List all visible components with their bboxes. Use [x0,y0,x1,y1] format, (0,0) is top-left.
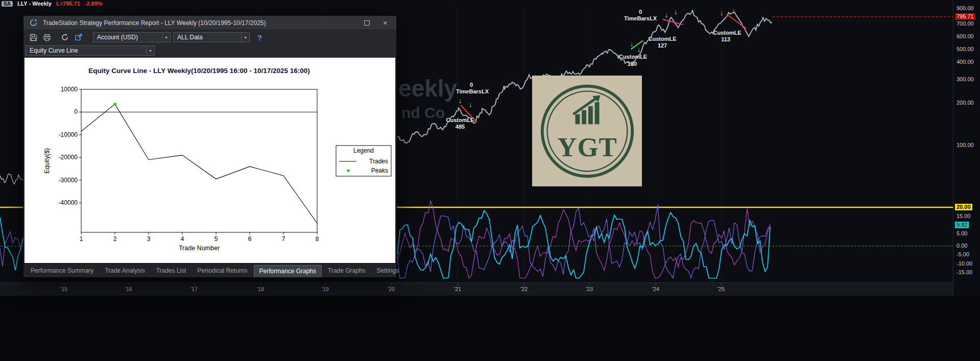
ygt-logo-text: YGT [557,132,617,162]
time-axis-year-16: '16 [125,286,132,292]
equity-chart-title: Equity Curve Line - LLY Weekly(10/20/199… [88,67,310,75]
price-axis-label-700.00: 700.00 [957,20,974,27]
time-axis-year-25: '25 [718,286,725,292]
window-title: TradeStation Strategy Performance Report… [43,19,355,27]
ygt-logo-icon: YGT [537,81,637,181]
data-range-dropdown[interactable]: ALL Data ▼ [173,32,250,42]
svg-text:6: 6 [248,235,252,243]
time-axis-tick [129,283,129,285]
tradestation-app: eekly nd Co YGT 0TimeBarsLXCustomLE4850T… [0,0,980,361]
price-axis[interactable]: 900.00795.71700.00600.00500.00400.00300.… [953,0,980,295]
price-axis-label--15.00: -15.00 [957,269,972,276]
performance-report-window: TradeStation Strategy Performance Report… [23,15,397,278]
symbol-header: SA LLY - Weekly L=795.71 -2.89% [2,1,103,7]
change-percent-readout: -2.89% [85,1,103,7]
time-axis[interactable]: '15'16'17'18'19'20'21'22'23'24'25 [0,282,953,296]
window-titlebar[interactable]: TradeStation Strategy Performance Report… [23,16,396,30]
svg-text:3: 3 [147,235,151,243]
price-axis-label-15.00: 15.00 [957,213,971,220]
price-axis-label--10.00: -10.00 [957,260,972,267]
save-icon [30,34,37,41]
graph-selector-row: Equity Curve Line ▼ [23,44,396,57]
time-axis-tick [64,283,64,285]
time-axis-tick [458,283,458,285]
svg-text:7: 7 [282,235,285,243]
legend-item-trades: Trades [369,158,388,165]
tab-trade-analysis[interactable]: Trade Analysis [100,265,150,277]
price-axis-label-900.00: 900.00 [957,5,974,12]
price-axis-label-795.71: 795.71 [955,13,975,20]
data-range-dropdown-value: ALL Data [177,34,238,41]
tab-performance-summary[interactable]: Performance Summary [26,265,99,277]
time-axis-tick [391,283,392,285]
equity-curve-line [81,104,317,223]
workspace-tab-badge[interactable]: SA [2,1,13,7]
time-axis-year-20: '20 [388,286,395,292]
tab-settings[interactable]: Settings [372,265,404,277]
account-dropdown[interactable]: Account (USD) ▼ [93,32,171,42]
svg-text:5: 5 [214,235,218,243]
time-axis-year-19: '19 [322,286,329,292]
export-window-icon [75,33,83,41]
svg-text:1: 1 [80,235,83,243]
tab-trades-list[interactable]: Trades List [151,265,192,277]
price-axis-label-600.00: 600.00 [957,33,974,40]
time-axis-year-22: '22 [520,286,528,292]
price-axis-label-200.00: 200.00 [957,100,974,106]
time-axis-year-17: '17 [190,286,198,292]
svg-text:10000: 10000 [61,86,78,93]
trade-marker-line [461,106,476,122]
save-button[interactable] [28,32,39,42]
time-axis-tick [589,283,590,285]
svg-text:-40000: -40000 [59,199,78,206]
equity-y-axis-label: Equity($) [43,148,51,174]
tab-trade-graphs[interactable]: Trade Graphs [323,265,371,277]
maximize-button[interactable] [360,18,374,28]
equity-curve-chart: Equity Curve Line - LLY Weekly(10/20/199… [25,58,395,263]
refresh-button[interactable] [59,32,70,42]
chevron-down-icon: ▼ [162,33,168,42]
print-button[interactable] [41,32,53,42]
legend-item-peaks: Peaks [371,167,388,174]
tab-periodical-returns[interactable]: Periodical Returns [193,265,253,277]
tab-performance-graphs[interactable]: Performance Graphs [254,265,322,277]
close-button[interactable]: × [378,18,392,28]
time-axis-year-23: '23 [586,286,593,292]
time-axis-year-15: '15 [60,286,67,292]
export-window-button[interactable] [73,32,84,42]
company-watermark: nd Co [401,104,445,122]
time-axis-year-21: '21 [454,286,461,292]
ygt-logo-watermark: YGT [532,76,642,186]
help-icon[interactable]: ? [257,33,262,42]
legend-title: Legend [353,147,374,154]
report-tabs-bar: Performance SummaryTrade AnalysisTrades … [23,263,396,277]
graph-type-dropdown[interactable]: Equity Curve Line ▼ [26,45,155,56]
equity-x-axis-label: Trade Number [179,245,220,252]
equity-chart-panel: Equity Curve Line - LLY Weekly(10/20/199… [25,58,395,263]
svg-text:2: 2 [113,235,117,243]
tradestation-logo-icon [28,18,39,28]
price-axis-label-0.00: 0.00 [957,243,967,249]
svg-text:4: 4 [181,235,184,243]
time-axis-tick [721,283,722,285]
time-axis-year-24: '24 [652,286,659,292]
trade-marker-line [631,41,642,49]
price-axis-label-9.82: 9.82 [955,222,969,228]
maximize-icon [364,20,370,26]
price-axis-label-20.00: 20.00 [955,204,972,210]
time-axis-tick [194,283,195,285]
symbol-watermark: eekly [398,75,457,102]
price-axis-label-300.00: 300.00 [957,76,974,83]
chevron-down-icon: ▼ [241,33,247,42]
time-axis-tick [656,283,656,285]
svg-text:8: 8 [316,235,319,243]
time-axis-tick [524,283,524,285]
account-dropdown-value: Account (USD) [97,34,159,41]
price-axis-label-500.00: 500.00 [957,46,974,53]
bottom-empty-area [0,296,980,361]
graph-type-dropdown-value: Equity Curve Line [30,47,143,54]
peak-marker [113,103,116,105]
last-price-readout: L=795.71 [56,1,80,7]
price-axis-label-100.00: 100.00 [957,142,974,149]
print-icon [43,34,51,41]
